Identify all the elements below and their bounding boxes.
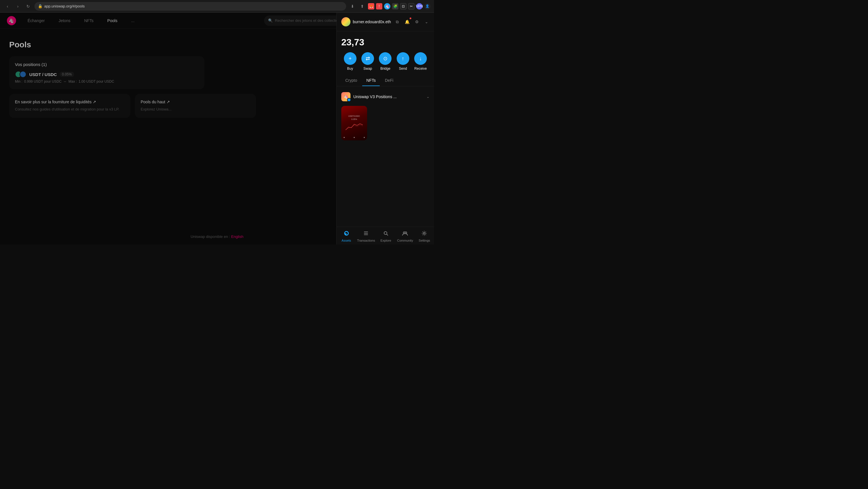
swap-circle: ⇄ — [361, 52, 374, 65]
forward-button[interactable]: › — [14, 2, 22, 10]
bridge-circle: ⊙ — [379, 52, 392, 65]
url-text: app.uniswap.org/#/pools — [44, 4, 85, 8]
nav-explore[interactable]: Explore — [376, 229, 396, 243]
nft-collection-row[interactable]: 🦄 Uniswap V3 Positions ... ⌄ — [341, 90, 429, 104]
address-bar[interactable]: 🔒 app.uniswap.org/#/pools — [34, 2, 346, 11]
vpn-extension-icon[interactable]: VPN — [416, 3, 423, 9]
transactions-icon — [363, 230, 369, 238]
swap-label: Swap — [363, 67, 372, 71]
nft-collection-name: Uniswap V3 Positions ... — [353, 94, 397, 99]
send-icon: ↑ — [402, 56, 404, 62]
notification-dot — [409, 17, 412, 20]
puzzle-extension-icon[interactable]: 🧩 — [392, 3, 398, 9]
nft-card-pair-label: USDT/USDC — [348, 115, 360, 117]
metamask-extension-icon[interactable]: 🦊 — [368, 3, 374, 9]
fee-badge: 0.05% — [60, 72, 74, 77]
buy-action[interactable]: + Buy — [344, 52, 356, 71]
profile-icon[interactable]: 👤 — [424, 3, 431, 9]
receive-icon: ↓ — [420, 56, 422, 62]
wallet-tabs: Crypto NFTs DeFi — [337, 75, 434, 86]
notifications-button[interactable]: 🔔 — [403, 18, 411, 26]
refresh-button[interactable]: ↻ — [24, 2, 32, 10]
copy-address-button[interactable]: ⧉ — [393, 18, 401, 26]
swap-action[interactable]: ⇄ Swap — [361, 52, 374, 71]
svg-point-6 — [405, 232, 407, 234]
extension-red-icon[interactable]: ! — [376, 3, 382, 9]
settings-label: Settings — [419, 239, 430, 242]
settings-icon — [422, 230, 427, 238]
nft-card-fee-label: 0.05% — [351, 118, 357, 120]
nav-more[interactable]: ... — [129, 17, 137, 24]
nft-card-bottom — [344, 137, 365, 138]
bridge-action[interactable]: ⊙ Bridge — [379, 52, 392, 71]
tab-nfts[interactable]: NFTs — [362, 75, 380, 86]
liquidity-info-card[interactable]: En savoir plus sur la fourniture de liqu… — [9, 94, 130, 118]
top-pools-card-desc: Explorez Uniswa... — [141, 106, 250, 112]
nav-echanger[interactable]: Échanger — [25, 17, 47, 24]
wallet-header-icons: ⧉ 🔔 ⚙ ⌄ — [393, 18, 431, 26]
nft-card[interactable]: USDT/USDC 0.05% — [341, 106, 367, 140]
nft-card-inner: USDT/USDC 0.05% — [341, 106, 367, 140]
share-button[interactable]: ⬆ — [358, 2, 366, 10]
browser-actions: ⬇ ⬆ 🦊 ! 🦄 🧩 ⊡ ✂ VPN 👤 — [348, 2, 431, 10]
min-label: Min : — [15, 79, 22, 84]
screenshot-extension-icon[interactable]: ✂ — [408, 3, 414, 9]
download-button[interactable]: ⬇ — [348, 2, 356, 10]
nav-transactions[interactable]: Transactions — [356, 229, 376, 243]
buy-circle: + — [344, 52, 356, 65]
positions-header: Vos positions (1) — [15, 62, 198, 67]
token-icons — [15, 71, 26, 78]
wallet-balance: 23,73 — [337, 31, 434, 52]
language-link[interactable]: English — [231, 234, 243, 239]
main-layout: 🦄 Échanger Jetons NFTs Pools ... 🔍 Reche… — [0, 12, 434, 244]
receive-action[interactable]: ↓ Receive — [414, 52, 427, 71]
svg-rect-2 — [364, 234, 368, 235]
min-value: 0.999 USDT pour USDC — [24, 79, 62, 84]
assets-icon — [344, 230, 349, 238]
nav-community[interactable]: Community — [396, 229, 415, 243]
window-extension-icon[interactable]: ⊡ — [400, 3, 406, 9]
back-button[interactable]: ‹ — [3, 2, 11, 10]
uniswap-logo[interactable]: 🦄 — [7, 16, 16, 25]
max-value: 1.00 USDT pour USDC — [79, 79, 114, 84]
wallet-name: burner.edouard0x.eth — [353, 20, 391, 24]
bottom-cards: En savoir plus sur la fourniture de liqu… — [9, 94, 256, 118]
svg-line-4 — [386, 234, 388, 235]
swap-icon: ⇄ — [366, 55, 370, 62]
max-label: Max : — [69, 79, 77, 84]
tab-crypto[interactable]: Crypto — [341, 75, 361, 86]
lock-icon: 🔒 — [38, 4, 42, 8]
balance-amount: 23,73 — [341, 37, 429, 47]
nav-nfts[interactable]: NFTs — [82, 17, 96, 24]
collection-chevron-icon: ⌄ — [427, 95, 429, 99]
nft-collection-icon: 🦄 — [341, 92, 350, 101]
liquidity-card-title: En savoir plus sur la fourniture de liqu… — [15, 100, 125, 104]
receive-label: Receive — [414, 67, 427, 71]
chevron-down-icon[interactable]: ⌄ — [423, 18, 431, 26]
svg-point-7 — [423, 232, 425, 234]
nav-assets[interactable]: Assets — [337, 229, 356, 243]
top-pools-card[interactable]: Pools du haut ↗ Explorez Uniswa... — [135, 94, 256, 118]
svg-rect-1 — [364, 233, 368, 234]
tab-defi[interactable]: DeFi — [381, 75, 398, 86]
send-label: Send — [399, 67, 407, 71]
community-label: Community — [397, 239, 413, 242]
nft-dot-2 — [353, 137, 355, 138]
buy-label: Buy — [347, 67, 353, 71]
nft-dot-3 — [364, 137, 365, 138]
nav-jetons[interactable]: Jetons — [56, 17, 73, 24]
wallet-header: burner.edouard0x.eth ⧉ 🔔 ⚙ ⌄ — [337, 12, 434, 31]
bridge-label: Bridge — [380, 67, 391, 71]
wallet-panel: burner.edouard0x.eth ⧉ 🔔 ⚙ ⌄ 23,73 + Buy — [336, 12, 434, 244]
range-arrow: ↔ — [63, 79, 67, 84]
nav-pools[interactable]: Pools — [105, 17, 120, 24]
svg-rect-0 — [364, 232, 368, 232]
send-action[interactable]: ↑ Send — [397, 52, 409, 71]
wallet-avatar — [341, 17, 350, 26]
nft-dot-1 — [344, 137, 345, 138]
settings-header-button[interactable]: ⚙ — [413, 18, 421, 26]
nav-settings[interactable]: Settings — [415, 229, 434, 243]
position-row[interactable]: USDT / USDC 0.05% — [15, 71, 198, 78]
uniswap-extension-icon[interactable]: 🦄 — [384, 3, 391, 9]
position-range: Min : 0.999 USDT pour USDC ↔ Max : 1.00 … — [15, 79, 198, 84]
